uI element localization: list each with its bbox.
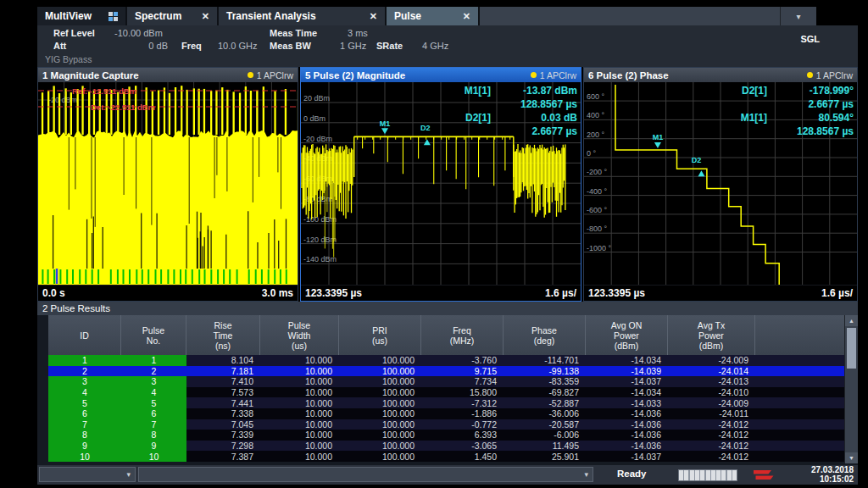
table-row[interactable]: 997.29810.000100.000-3.06511.495-14.036-… <box>48 441 844 452</box>
marker-value: 80.594° <box>776 112 854 125</box>
row-filler <box>755 355 844 366</box>
phase-chart[interactable]: 600 °400 °200 °0 °-200 °-400 °-600 °-800… <box>584 82 857 285</box>
panel-header[interactable]: 5 Pulse (2) Magnitude 1 APClrw <box>301 68 581 82</box>
id-cell: 3 <box>48 376 121 387</box>
row-filler <box>755 376 844 387</box>
x-axis-scale: 1.6 µs/ <box>821 287 853 299</box>
value-cell: 100.000 <box>339 408 421 419</box>
panel-header[interactable]: 6 Pulse (2) Phase 1 APClrw <box>584 68 857 82</box>
close-icon[interactable]: ✕ <box>202 11 209 22</box>
column-header[interactable]: PulseWidth(us) <box>260 315 339 355</box>
ref-level-value[interactable]: -10.00 dBm <box>114 28 163 38</box>
value-cell: -24.012 <box>668 419 755 430</box>
freq-value[interactable]: 10.0 GHz <box>218 41 257 51</box>
column-header[interactable]: Avg ONPower(dBm) <box>586 315 668 355</box>
svg-text:D2: D2 <box>692 156 702 164</box>
meas-time-value[interactable]: 3 ms <box>348 28 368 38</box>
column-header[interactable]: Freq(MHz) <box>421 315 504 355</box>
marker-name <box>741 98 767 111</box>
window-pulse-magnitude[interactable]: 5 Pulse (2) Magnitude 1 APClrw 20 dBm0 d… <box>300 67 581 302</box>
table-row[interactable]: 10107.38710.000100.0001.45025.901-14.037… <box>48 451 844 462</box>
column-header[interactable]: RiseTime(ns) <box>186 315 260 355</box>
table-row[interactable]: 777.04510.000100.000-0.772-20.587-14.036… <box>48 419 844 430</box>
status-dropdown-left[interactable]: ▾ <box>39 467 136 482</box>
value-cell: 10.000 <box>260 397 339 408</box>
id-cell: 10 <box>48 451 121 462</box>
tab-transient-analysis[interactable]: Transient Analysis ✕ <box>219 7 385 25</box>
att-value[interactable]: 0 dB <box>139 41 168 51</box>
marker-readout: D2[1]-178.999°2.6677 µsM1[1]80.594°128.8… <box>741 85 854 138</box>
marker-value: 2.6677 µs <box>776 98 854 111</box>
value-cell: -24.014 <box>668 366 755 377</box>
att-label[interactable]: Att <box>53 41 66 51</box>
close-icon[interactable]: ✕ <box>370 11 377 22</box>
row-filler <box>755 408 844 419</box>
meas-bw-value[interactable]: 1 GHz <box>340 41 366 51</box>
meas-time-label[interactable]: Meas Time <box>270 28 317 38</box>
capture-trace-svg: -20 dBmRef. -12.511 dBmDet. -22.511 dBm <box>38 82 298 285</box>
column-header[interactable]: Avg TxPower(dBm) <box>668 315 755 355</box>
yig-bypass-label: YIG Bypass <box>45 54 92 64</box>
table-title[interactable]: 2 Pulse Results <box>37 302 858 315</box>
window-pulse-phase[interactable]: 6 Pulse (2) Phase 1 APClrw 600 °400 °200… <box>583 67 858 302</box>
marker-name: M1[1] <box>741 112 767 125</box>
tab-pulse[interactable]: Pulse ✕ <box>387 7 478 25</box>
svg-text:-800 °: -800 ° <box>587 225 608 233</box>
svg-text:0 dBm: 0 dBm <box>303 114 326 123</box>
id-cell: 7 <box>48 419 121 430</box>
scrollbar-thumb[interactable] <box>847 328 856 369</box>
scroll-down-icon[interactable]: ▼ <box>845 452 858 463</box>
table-row[interactable]: 447.57310.000100.00015.800-69.827-14.034… <box>48 387 844 398</box>
svg-text:Det. -22.511 dBm: Det. -22.511 dBm <box>91 103 155 112</box>
value-cell: 100.000 <box>339 355 421 366</box>
capture-chart[interactable]: -20 dBmRef. -12.511 dBmDet. -22.511 dBm <box>38 82 298 285</box>
magnitude-chart[interactable]: 20 dBm0 dBm-20 dBm-40 dBm-60 dBm-80 dBm-… <box>301 82 581 285</box>
tab-spectrum[interactable]: Spectrum ✕ <box>127 7 217 25</box>
table-row[interactable]: 667.33810.000100.000-1.886-36.006-14.036… <box>48 408 844 419</box>
value-cell: -14.036 <box>586 441 668 452</box>
svg-text:400 °: 400 ° <box>587 111 605 119</box>
datetime: 27.03.2018 10:15:02 <box>811 466 854 484</box>
tab-label: Spectrum <box>135 10 181 22</box>
chevron-down-icon[interactable]: ▾ <box>780 7 816 25</box>
value-cell: -6.006 <box>504 430 586 441</box>
value-cell: -24.012 <box>668 441 755 452</box>
column-header[interactable]: ID <box>48 315 121 355</box>
panel-title: 5 Pulse (2) Magnitude <box>305 70 405 80</box>
trace-label: 1 APClrw <box>816 70 853 80</box>
svg-text:Ref. -12.511 dBm: Ref. -12.511 dBm <box>72 86 136 96</box>
srate-value[interactable]: 4 GHz <box>422 41 448 51</box>
column-header[interactable]: PulseNo. <box>121 315 186 355</box>
srate-label[interactable]: SRate <box>376 41 403 51</box>
marker-name: M1[1] <box>465 85 491 97</box>
value-cell: 10.000 <box>260 419 339 430</box>
status-dropdown-message[interactable]: ▾ <box>138 467 593 482</box>
value-cell: 7.387 <box>186 451 260 462</box>
window-magnitude-capture[interactable]: 1 Magnitude Capture 1 APClrw -20 dBmRef.… <box>37 67 298 302</box>
close-icon[interactable]: ✕ <box>463 11 470 22</box>
id-cell: 8 <box>121 430 186 441</box>
ref-level-label[interactable]: Ref Level <box>53 28 95 38</box>
app-window: MultiView Spectrum ✕ Transient Analysis … <box>37 7 858 486</box>
capture-x-axis: 0.0 s 3.0 ms <box>38 285 298 301</box>
value-cell: -114.701 <box>504 355 586 366</box>
meas-bw-label[interactable]: Meas BW <box>270 41 311 51</box>
table-row[interactable]: 887.33910.000100.0006.393-6.006-14.036-2… <box>48 430 844 441</box>
freq-label[interactable]: Freq <box>181 41 202 51</box>
value-cell: -83.359 <box>504 376 586 387</box>
tab-multiview[interactable]: MultiView <box>37 7 125 25</box>
table-row[interactable]: 118.10410.000100.000-3.760-114.701-14.03… <box>48 355 844 366</box>
column-header[interactable]: Phase(deg) <box>504 315 586 355</box>
table-scrollbar[interactable]: ▲ ▼ <box>844 315 858 463</box>
id-cell: 8 <box>48 430 121 441</box>
table-row[interactable]: 227.18110.000100.0009.715-99.138-14.039-… <box>48 366 844 377</box>
value-cell: 7.573 <box>186 387 260 398</box>
table-row[interactable]: 337.41010.000100.0007.734-83.359-14.037-… <box>48 376 844 387</box>
column-header[interactable]: PRI(us) <box>339 315 421 355</box>
panel-header[interactable]: 1 Magnitude Capture 1 APClrw <box>38 68 298 82</box>
table-row[interactable]: 557.44110.000100.000-7.312-52.887-14.033… <box>48 397 844 408</box>
trace-color-dot <box>248 72 253 78</box>
marker-name <box>465 125 491 138</box>
multiview-grid-icon <box>108 12 118 21</box>
scroll-up-icon[interactable]: ▲ <box>845 315 858 326</box>
